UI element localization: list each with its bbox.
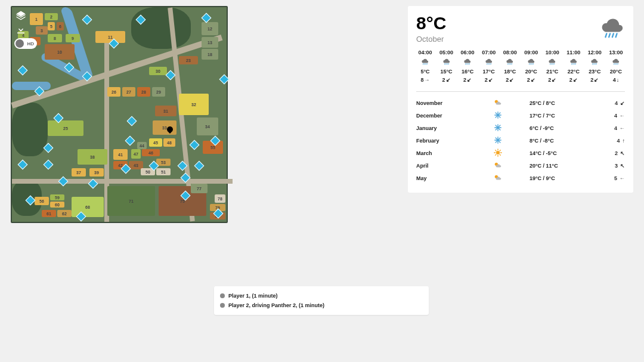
sun-icon [494,148,530,158]
field-29[interactable]: 29 [152,87,165,97]
field-62[interactable]: 62 [57,210,72,217]
hourly-slot: 08:00 18°C 2 ↙ [501,49,519,83]
field-38[interactable]: 38 [78,149,107,165]
layers-icon[interactable] [14,10,27,21]
field-26[interactable]: 26 [107,87,120,97]
map-canvas[interactable]: 1234567891011121318232526272829303132333… [12,7,227,222]
hour-temp: 21°C [546,69,558,75]
field-13[interactable]: 13 [202,37,218,48]
field-5[interactable]: 5 [48,22,55,30]
download-icon[interactable] [14,24,27,36]
poi-marker[interactable] [202,13,212,23]
month-name: May [416,175,494,181]
field-78[interactable]: 78 [215,194,225,203]
field-41[interactable]: 41 [113,149,128,160]
player-status-text: Player 2, driving Panther 2, (1 minute) [228,302,324,308]
hour-time: 07:00 [482,49,496,55]
field-2[interactable]: 2 [45,13,58,20]
snow-icon [494,111,530,120]
poi-marker[interactable] [127,116,137,126]
hour-temp: 20°C [525,69,537,75]
field-60[interactable]: 60 [50,202,64,208]
field-39[interactable]: 39 [89,168,104,177]
monthly-forecast: November 25°C / 8°C 4 ↙December 17°C / 7… [416,91,625,184]
poi-marker[interactable] [194,161,205,171]
hour-temp: 18°C [504,69,516,75]
hourly-slot: 10:00 21°C 2 ↙ [543,49,561,83]
field-18[interactable]: 18 [202,49,218,60]
poi-marker[interactable] [58,177,69,187]
field-23[interactable]: 23 [179,56,198,64]
map-panel[interactable]: HD 1234567891011121318232526272829303132… [11,6,228,223]
poi-marker[interactable] [44,160,54,170]
sun-cloud-icon [494,161,530,171]
current-temperature: 8°C [416,14,446,32]
field-45[interactable]: 45 [149,138,162,147]
poi-marker[interactable] [18,66,28,76]
field-59[interactable]: 59 [50,194,64,200]
field-77[interactable]: 77 [191,184,208,193]
field-71[interactable]: 71 [107,186,155,216]
month-wind: 4 ↑ [595,138,625,144]
hourly-slot: 05:00 15°C 2 ↙ [438,49,456,83]
field-68[interactable]: 68 [72,197,104,217]
hour-wind: 2 ↙ [442,77,451,83]
field-31[interactable]: 31 [155,106,177,116]
field-12[interactable]: 12 [202,22,218,35]
field-37[interactable]: 37 [72,168,86,177]
sun-cloud-icon [494,98,530,108]
hd-toggle[interactable]: HD [14,38,37,49]
field-25[interactable]: 25 [48,120,83,136]
field-27[interactable]: 27 [122,87,135,97]
hour-temp: 5°C [420,69,429,75]
field-47[interactable]: 47 [131,149,141,159]
field-9[interactable]: 9 [66,34,80,42]
field-3[interactable]: 3 [36,26,48,35]
hourly-slot: 06:00 16°C 2 ↙ [459,49,476,83]
hour-time: 10:00 [546,49,559,55]
rain-icon [548,58,556,66]
field-8[interactable]: 8 [48,34,62,42]
field-6[interactable]: 6 [57,22,64,30]
field-28[interactable]: 28 [137,87,150,97]
monthly-row: March 14°C / -5°C 2 ↖ [416,147,625,159]
rain-icon [485,58,493,66]
hour-wind: 2 ↙ [485,77,493,83]
svg-line-2 [612,33,614,37]
rain-icon [527,58,535,66]
field-56[interactable]: 56 [35,197,49,205]
poi-marker[interactable] [82,15,92,25]
field-61[interactable]: 61 [42,210,56,217]
field-33[interactable]: 33 [153,120,177,135]
poi-marker[interactable] [18,160,28,170]
month-name: December [416,113,494,119]
hour-wind: 8 → [420,77,429,83]
field-10[interactable]: 10 [45,44,75,60]
month-temps: 8°C / -8°C [530,138,595,144]
hour-time: 08:00 [503,49,517,55]
svg-line-0 [605,33,606,37]
field-51[interactable]: 51 [156,168,171,175]
hourly-slot: 11:00 22°C 2 ↙ [565,49,583,83]
field-46[interactable]: 46 [142,149,160,156]
hour-wind: 2 ↙ [590,77,599,83]
poi-marker[interactable] [190,140,200,150]
field-34[interactable]: 34 [197,117,218,135]
month-wind: 4 ← [595,113,625,119]
field-48[interactable]: 48 [163,138,175,147]
hour-temp: 16°C [462,69,473,75]
status-dot-icon [220,303,225,308]
svg-line-65 [496,154,496,155]
monthly-row: April 20°C / 11°C 3 ↖ [416,159,625,172]
field-32[interactable]: 32 [179,94,209,115]
hour-wind: 2 ↙ [527,77,535,83]
field-30[interactable]: 30 [149,67,167,75]
month-temps: 19°C / 9°C [530,175,595,181]
poi-marker[interactable] [219,75,230,85]
field-44[interactable]: 44 [137,142,147,149]
hourly-slot: 13:00 20°C 4 ↓ [607,49,625,83]
poi-marker[interactable] [125,136,135,146]
hour-temp: 17°C [483,69,495,75]
hour-time: 12:00 [588,49,602,55]
player-status-text: Player 1, (1 minute) [228,293,278,299]
